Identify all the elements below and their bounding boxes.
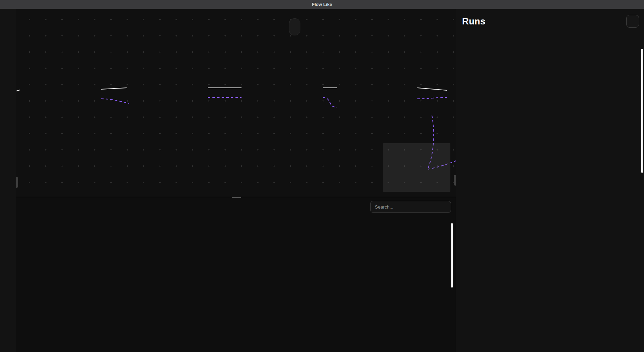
window-titlebar: Flow Like	[0, 0, 644, 9]
log-panel	[16, 197, 456, 352]
minimize-window-button[interactable]	[12, 2, 17, 7]
edge-exec-offscreen[interactable]	[16, 90, 20, 91]
log-toolbar	[23, 201, 451, 213]
sidebar	[0, 9, 16, 352]
runs-header: Runs	[462, 15, 639, 28]
selection-overlay	[383, 143, 450, 192]
window-title: Flow Like	[312, 2, 332, 7]
log-scrollbar[interactable]	[451, 223, 453, 288]
close-window-button[interactable]	[5, 2, 9, 7]
canvas-toolbar	[289, 18, 300, 35]
runs-panel: Runs	[456, 9, 644, 352]
traffic-lights	[5, 2, 24, 7]
app-frame: Runs	[0, 9, 644, 352]
panel-drag-handle-left[interactable]	[16, 177, 18, 188]
edge-exec-1[interactable]	[101, 88, 127, 89]
edge-data-newvalue-right[interactable]	[417, 97, 447, 99]
runs-title: Runs	[462, 16, 485, 27]
splitter-handle[interactable]	[232, 197, 241, 198]
refresh-runs-button[interactable]	[626, 15, 639, 28]
edge-exec-4[interactable]	[417, 88, 447, 90]
runs-scrollbar[interactable]	[641, 49, 643, 173]
edge-data-newvalue[interactable]	[101, 99, 129, 103]
log-search	[370, 201, 451, 213]
log-search-input[interactable]	[370, 201, 451, 213]
edge-data-model-value[interactable]	[323, 97, 337, 107]
flow-canvas[interactable]	[16, 9, 456, 197]
zoom-window-button[interactable]	[20, 2, 24, 7]
main-area	[16, 9, 456, 352]
